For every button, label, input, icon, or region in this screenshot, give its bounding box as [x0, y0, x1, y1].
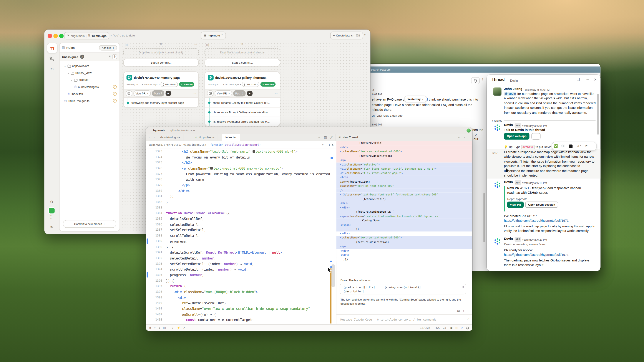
scrollbar[interactable] [597, 94, 599, 135]
code-line[interactable]: 1373 <h2 className="text-3xl font-serif … [146, 149, 336, 154]
diff-icon[interactable]: ⇅ [332, 143, 334, 146]
new-tab-icon[interactable]: + [318, 136, 320, 139]
code-line[interactable]: 1388 scrollToDetail, [146, 233, 336, 238]
code-line[interactable]: 1385 detailsScrollRef, [146, 216, 336, 222]
slack-search-text[interactable]: Search Fastrepl [370, 68, 390, 71]
date-jump-pill[interactable]: Yesterday⌄ [404, 95, 427, 102]
thread-prefs-icon[interactable]: ≔ [586, 77, 589, 82]
devin-avatar[interactable] [493, 124, 502, 132]
open-web-app-button[interactable]: Open web app [504, 133, 529, 139]
ai-sparkle-icon[interactable]: ✦ [364, 33, 366, 37]
tree-view-toggle[interactable]: ├ [112, 54, 117, 59]
code-line[interactable]: 1378 with care [146, 177, 336, 182]
lane-menu-icon[interactable]: ⋯ [194, 43, 197, 46]
code-line[interactable]: 1383 [146, 205, 336, 210]
scrollbar[interactable] [484, 193, 485, 242]
branch-name[interactable]: gitbutler/workspace [170, 129, 195, 132]
more-actions-button[interactable]: ⋯ [532, 133, 540, 139]
assistant-panel-title[interactable]: New Thread [343, 136, 358, 139]
message-author[interactable]: John Jeong [504, 87, 522, 91]
panel-menu-icon[interactable]: ⋮ [470, 136, 472, 139]
code-line[interactable]: 1397 return ( [146, 283, 336, 289]
terminal-panel-icon[interactable]: ▣ [450, 326, 452, 330]
code-line[interactable]: 1382} [146, 199, 336, 205]
branch-card[interactable]: devin/1764380749-memory-page Nothing to … [123, 71, 199, 107]
card-menu-icon[interactable]: ⋯ [193, 92, 196, 95]
search-icon[interactable]: ⌕ [172, 326, 174, 330]
tree-item-index-tsx[interactable]: ⚛index.tsx [60, 90, 120, 97]
tree-item-routetree-gen-ts[interactable]: TSrouteTree.gen.ts [60, 97, 120, 104]
tree-item-ai-notetaking-tsx[interactable]: ⚛ai-notetaking.tsx [60, 83, 120, 90]
message-more-icon[interactable]: ⋮ [592, 144, 595, 149]
close-icon[interactable]: ✕ [594, 77, 597, 82]
tree-item-routes-view[interactable]: ⌄routes/_view [60, 69, 120, 76]
push-button[interactable]: Push⤴ [152, 90, 164, 96]
history-rail-button[interactable]: ⟲ [47, 64, 56, 74]
tree-item-product[interactable]: ⌄product [60, 76, 120, 83]
selection-icon[interactable]: I [328, 143, 330, 146]
copy-icon[interactable]: ❐ [462, 285, 464, 289]
pr-badge[interactable]: PR #1982 [242, 82, 260, 87]
add-rule-button[interactable]: Add rule+ [99, 45, 117, 50]
create-branch-button[interactable]: + Create branch ⌘B [330, 32, 363, 39]
pr-link[interactable]: https://github.com/fastrepl/hyprnote/pul… [504, 218, 568, 223]
commit-row[interactable]: chore: move Prompt Gallery above Workflo… [205, 107, 280, 116]
avatar[interactable] [493, 87, 502, 96]
editor-titlebar[interactable]: hyprnote gitbutler/workspace [146, 127, 472, 134]
tab-diagnostics[interactable]: ✓No problems [192, 134, 218, 141]
commit-to-new-branch-button[interactable]: Commit to new branch+ [63, 220, 116, 228]
maximize-icon[interactable]: ⤢ [330, 136, 333, 139]
review-button[interactable] [126, 90, 132, 96]
assistant-panel[interactable]: {feature.title} </h3> <p className="text… [336, 141, 472, 325]
branch-card[interactable]: devin/1764380912-gallery-shortcuts Nothi… [204, 71, 280, 126]
code-line[interactable]: 1399 <div [146, 295, 336, 300]
add-reaction-icon[interactable]: ☺⁺ [576, 144, 582, 149]
collab-avatar[interactable] [466, 129, 470, 133]
project-name[interactable]: hyprnote [153, 129, 165, 132]
popout-icon[interactable]: ❐ [577, 77, 580, 82]
zeta-icon[interactable]: Z» [443, 326, 446, 329]
code-line[interactable]: 1389 progress, [146, 238, 336, 244]
custom-emoji-icon[interactable] [569, 144, 572, 148]
view-pr-button[interactable]: View PR↗ [215, 90, 232, 96]
code-line[interactable]: 1395 progress: number; [146, 272, 336, 278]
message-time[interactable]: Yesterday at 6:15 PM [522, 181, 547, 185]
code-line[interactable]: 1375 </h2> [146, 160, 336, 165]
review-button[interactable] [207, 90, 214, 96]
tab-index-tsx[interactable]: index.tsx [222, 134, 240, 141]
scrollbar-thumb[interactable] [331, 264, 334, 287]
code-line[interactable]: 1400 ref={detailsScrollRef} [146, 300, 336, 306]
ai-icon[interactable]: ✳ [461, 326, 463, 330]
check-reaction-icon[interactable]: ✅ [554, 144, 558, 149]
slack-search-bar[interactable]: Search Fastrepl [367, 66, 600, 72]
feedback-rail-button[interactable]: ✉ [47, 222, 56, 232]
markdown-icon[interactable]: ▤ [457, 309, 460, 312]
bell-icon[interactable] [471, 77, 480, 84]
zed-editor-window[interactable]: hyprnote gitbutler/workspace ← → ai-note… [146, 127, 472, 331]
search-icon[interactable]: ⌕ [322, 143, 324, 146]
bookmark-icon[interactable]: ⚑ [585, 144, 588, 149]
inline-assist-icon[interactable]: ✦ [325, 143, 327, 146]
diagnostics-check-icon[interactable]: ✓ [183, 326, 185, 330]
code-editor[interactable]: 1373 <h2 className="text-3xl font-serif … [146, 149, 336, 325]
breadcrumb[interactable]: apps/web/src/routes/_view/index.tsx › fu… [146, 141, 336, 149]
card-menu-icon[interactable]: ⋯ [275, 92, 278, 95]
minimize-traffic-light[interactable] [54, 34, 58, 38]
thread-replies-link[interactable]: es [372, 114, 375, 117]
cursor-position[interactable]: 1370:34 [420, 326, 430, 329]
close-traffic-light[interactable] [48, 34, 52, 38]
pr-attachment[interactable]: New PR #1971 - feat(web): add responsive… [507, 186, 594, 195]
pr-badge[interactable]: PR #1981 [161, 82, 178, 87]
project-panel-icon[interactable]: ⠿ [149, 326, 151, 330]
git-panel-icon[interactable]: ⑂ [154, 326, 156, 329]
code-line[interactable]: 1392 selectedDetail: number; [146, 255, 336, 261]
view-pr-button[interactable]: View PR↗ [134, 90, 150, 96]
code-line[interactable]: 1396}) { [146, 278, 336, 283]
lightning-icon[interactable]: ⚡ [177, 326, 180, 330]
message-author[interactable]: Devin [504, 123, 513, 127]
code-line[interactable]: 1394 scrollToDetail: (index: number) ⇒ v… [146, 267, 336, 272]
drop-zone[interactable]: Drop files to assign or commit directly [123, 48, 199, 56]
mention[interactable]: @Devin [504, 92, 516, 95]
message-author[interactable]: Devin [504, 237, 513, 241]
list-view-toggle[interactable]: ≡ [108, 54, 112, 59]
